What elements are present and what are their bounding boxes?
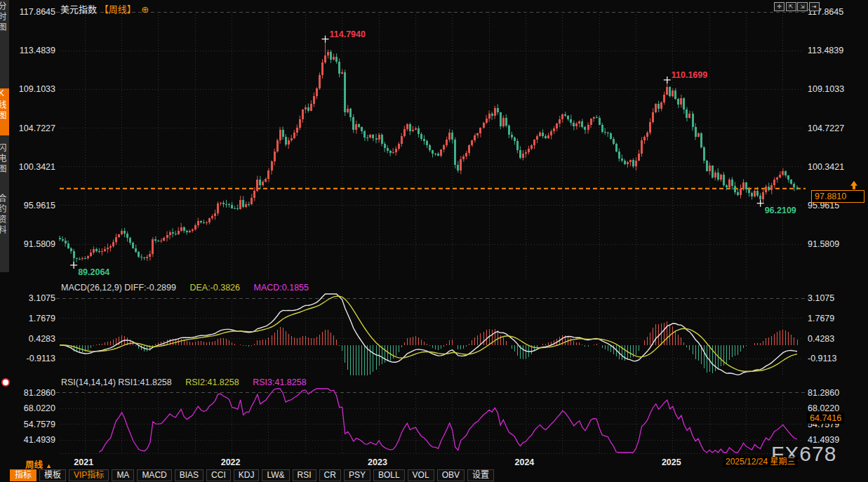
- toolbar-button-RSI[interactable]: RSI: [293, 469, 316, 481]
- candle: [104, 249, 106, 251]
- toolbar-button-VOL[interactable]: VOL: [408, 469, 434, 481]
- candle: [93, 249, 95, 253]
- candle: [140, 257, 142, 258]
- candle: [754, 191, 756, 196]
- candle: [398, 144, 400, 149]
- candle: [98, 251, 100, 252]
- year-label-2023: 2023: [356, 457, 399, 467]
- candle: [550, 131, 552, 135]
- left-sidebar: 分时图K线图闪电图合约资料: [0, 0, 9, 272]
- candle: [84, 258, 86, 259]
- candle: [62, 239, 64, 241]
- candle: [796, 187, 799, 189]
- toolbar-button-BOLL[interactable]: BOLL: [373, 469, 405, 481]
- candle: [759, 196, 761, 199]
- bottom-toolbar: 指标模板VIP指标MAMACDBIASCCIKDJLW&RSICRPSYBOLL…: [10, 469, 494, 481]
- candle: [530, 145, 533, 148]
- candle: [67, 243, 69, 248]
- candle: [316, 88, 318, 97]
- candle: [172, 232, 174, 234]
- candle: [508, 126, 510, 134]
- candle: [443, 145, 445, 150]
- toolbar-button-MACD[interactable]: MACD: [137, 469, 171, 481]
- candle: [381, 135, 383, 144]
- candle: [234, 208, 236, 209]
- toolbar-button-设置[interactable]: 设置: [467, 469, 494, 481]
- candle: [437, 154, 439, 156]
- toolbar-button-OBV[interactable]: OBV: [437, 469, 465, 481]
- candle: [333, 57, 335, 60]
- candle: [169, 232, 171, 235]
- sidebar-item-1[interactable]: 分时图: [0, 1, 9, 42]
- candle: [564, 114, 566, 116]
- candle: [734, 186, 736, 192]
- year-label-2021: 2021: [62, 457, 105, 467]
- candle: [121, 231, 123, 234]
- candle: [228, 204, 230, 205]
- candle: [146, 257, 148, 258]
- sidebar-item-label: K线图: [0, 88, 8, 121]
- toolbar-button-CR[interactable]: CR: [319, 469, 341, 481]
- candle: [745, 182, 747, 189]
- rsi-value-tag: 64.7416: [807, 413, 844, 424]
- candle: [578, 121, 580, 123]
- candle: [321, 62, 323, 76]
- candle: [420, 134, 422, 139]
- candle: [327, 52, 329, 55]
- candle: [90, 253, 92, 255]
- crosshair-icon[interactable]: ✛: [774, 2, 784, 11]
- scale-axis-icon[interactable]: ⇲: [797, 2, 808, 11]
- candle: [282, 130, 284, 137]
- candle: [590, 119, 592, 125]
- candle: [610, 133, 612, 139]
- rsi-axis-label: 68.0220: [808, 403, 839, 413]
- toolbar-button-CCI[interactable]: CCI: [206, 469, 231, 481]
- macd-axis-label: 1.7679: [808, 314, 834, 323]
- candle: [618, 152, 620, 158]
- scroll-right-icon[interactable]: ⇥: [809, 2, 820, 11]
- hot-indicator-icon[interactable]: [1, 378, 10, 387]
- toolbar-button-VIP指标[interactable]: VIP指标: [69, 469, 109, 481]
- candle: [635, 161, 637, 167]
- candle: [123, 231, 126, 234]
- candle: [299, 119, 301, 128]
- candle: [160, 241, 162, 241]
- add-indicator-icon[interactable]: ⊕: [141, 4, 149, 15]
- macd-axis-label: 3.1075: [12, 293, 55, 303]
- candle: [236, 208, 239, 209]
- candle: [126, 234, 128, 238]
- candle: [660, 102, 662, 109]
- rsi-axis-label: 81.2860: [12, 388, 55, 398]
- toolbar-button-MA[interactable]: MA: [112, 469, 134, 481]
- candle: [293, 133, 295, 138]
- candle: [471, 140, 473, 145]
- price-axis-label: 104.7227: [808, 123, 844, 133]
- extreme-price-annotation: 96.2109: [765, 206, 796, 215]
- candle: [677, 99, 679, 105]
- candle: [406, 124, 408, 130]
- toolbar-button-KDJ[interactable]: KDJ: [234, 469, 260, 481]
- toolbar-button-指标[interactable]: 指标: [10, 469, 36, 481]
- candle: [245, 204, 247, 207]
- candle: [593, 117, 595, 119]
- fit-chart-icon[interactable]: ⇱: [786, 2, 796, 11]
- candle: [596, 117, 598, 118]
- candle: [601, 125, 603, 132]
- candle: [720, 175, 722, 180]
- candle: [101, 251, 103, 252]
- sidebar-item-4[interactable]: 合约资料: [0, 194, 9, 264]
- candle: [460, 159, 462, 170]
- toolbar-button-BIAS[interactable]: BIAS: [175, 469, 203, 481]
- candle: [432, 150, 434, 154]
- candle: [324, 55, 326, 62]
- toolbar-button-PSY[interactable]: PSY: [344, 469, 370, 481]
- toolbar-button-模板[interactable]: 模板: [39, 469, 66, 481]
- sidebar-item-2[interactable]: K线图: [0, 88, 9, 135]
- sidebar-item-3[interactable]: 闪电图: [0, 143, 9, 187]
- candle: [363, 131, 366, 138]
- macd-axis-label: -0.9113: [808, 354, 836, 363]
- candle: [607, 133, 609, 133]
- candle: [672, 91, 674, 96]
- candle: [728, 180, 730, 187]
- toolbar-button-LW&[interactable]: LW&: [262, 469, 289, 481]
